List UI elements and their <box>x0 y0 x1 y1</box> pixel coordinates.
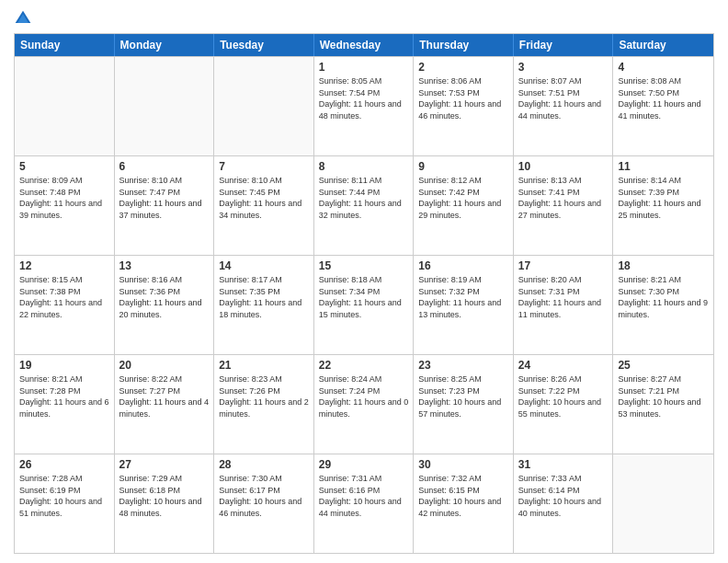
calendar-cell: 25Sunrise: 8:27 AM Sunset: 7:21 PM Dayli… <box>613 355 713 454</box>
cell-info: Sunrise: 7:30 AM Sunset: 6:17 PM Dayligh… <box>219 473 309 519</box>
weekday-header: Saturday <box>613 34 713 56</box>
page: SundayMondayTuesdayWednesdayThursdayFrid… <box>0 0 728 563</box>
cell-info: Sunrise: 8:08 AM Sunset: 7:50 PM Dayligh… <box>618 75 709 121</box>
calendar-cell: 14Sunrise: 8:17 AM Sunset: 7:35 PM Dayli… <box>214 256 314 354</box>
calendar-cell: 26Sunrise: 7:28 AM Sunset: 6:19 PM Dayli… <box>15 454 115 553</box>
day-number: 22 <box>319 359 409 372</box>
calendar-cell: 8Sunrise: 8:11 AM Sunset: 7:44 PM Daylig… <box>314 156 415 255</box>
calendar-row: 1Sunrise: 8:05 AM Sunset: 7:54 PM Daylig… <box>15 56 713 155</box>
weekday-header: Tuesday <box>214 34 314 56</box>
day-number: 28 <box>219 458 309 471</box>
calendar-cell: 28Sunrise: 7:30 AM Sunset: 6:17 PM Dayli… <box>214 454 314 553</box>
cell-info: Sunrise: 8:09 AM Sunset: 7:48 PM Dayligh… <box>19 175 109 221</box>
day-number: 7 <box>219 160 309 173</box>
day-number: 2 <box>418 61 508 74</box>
calendar-cell: 13Sunrise: 8:16 AM Sunset: 7:36 PM Dayli… <box>115 256 215 354</box>
day-number: 1 <box>319 61 409 74</box>
cell-info: Sunrise: 8:25 AM Sunset: 7:23 PM Dayligh… <box>418 373 508 419</box>
cell-info: Sunrise: 8:27 AM Sunset: 7:21 PM Dayligh… <box>618 373 709 419</box>
day-number: 5 <box>19 160 109 173</box>
calendar-cell: 9Sunrise: 8:12 AM Sunset: 7:42 PM Daylig… <box>414 156 514 255</box>
cell-info: Sunrise: 8:18 AM Sunset: 7:34 PM Dayligh… <box>319 274 409 320</box>
calendar-cell: 30Sunrise: 7:32 AM Sunset: 6:15 PM Dayli… <box>414 454 514 553</box>
day-number: 6 <box>119 160 210 173</box>
day-number: 24 <box>518 359 609 372</box>
day-number: 29 <box>319 458 409 471</box>
calendar-row: 5Sunrise: 8:09 AM Sunset: 7:48 PM Daylig… <box>15 155 713 255</box>
cell-info: Sunrise: 8:10 AM Sunset: 7:45 PM Dayligh… <box>219 175 309 221</box>
day-number: 15 <box>319 259 409 272</box>
logo <box>14 9 36 28</box>
calendar-row: 19Sunrise: 8:21 AM Sunset: 7:28 PM Dayli… <box>15 354 713 454</box>
cell-info: Sunrise: 8:05 AM Sunset: 7:54 PM Dayligh… <box>319 75 409 121</box>
weekday-header: Friday <box>514 34 614 56</box>
calendar-body: 1Sunrise: 8:05 AM Sunset: 7:54 PM Daylig… <box>15 56 713 553</box>
cell-info: Sunrise: 8:22 AM Sunset: 7:27 PM Dayligh… <box>119 373 210 419</box>
calendar-cell: 18Sunrise: 8:21 AM Sunset: 7:30 PM Dayli… <box>613 256 713 354</box>
calendar-cell: 10Sunrise: 8:13 AM Sunset: 7:41 PM Dayli… <box>514 156 614 255</box>
cell-info: Sunrise: 8:26 AM Sunset: 7:22 PM Dayligh… <box>518 373 609 419</box>
calendar: SundayMondayTuesdayWednesdayThursdayFrid… <box>14 33 714 554</box>
calendar-cell: 7Sunrise: 8:10 AM Sunset: 7:45 PM Daylig… <box>214 156 314 255</box>
calendar-cell <box>613 454 713 553</box>
calendar-cell: 2Sunrise: 8:06 AM Sunset: 7:53 PM Daylig… <box>414 57 514 155</box>
day-number: 18 <box>618 259 709 272</box>
logo-icon <box>14 9 32 28</box>
calendar-cell: 16Sunrise: 8:19 AM Sunset: 7:32 PM Dayli… <box>414 256 514 354</box>
day-number: 10 <box>518 160 609 173</box>
day-number: 3 <box>518 61 609 74</box>
calendar-cell: 31Sunrise: 7:33 AM Sunset: 6:14 PM Dayli… <box>514 454 614 553</box>
calendar-cell <box>214 57 314 155</box>
calendar-cell <box>15 57 115 155</box>
day-number: 20 <box>119 359 210 372</box>
calendar-cell: 23Sunrise: 8:25 AM Sunset: 7:23 PM Dayli… <box>414 355 514 454</box>
calendar-cell: 6Sunrise: 8:10 AM Sunset: 7:47 PM Daylig… <box>115 156 215 255</box>
day-number: 11 <box>618 160 709 173</box>
day-number: 27 <box>119 458 210 471</box>
cell-info: Sunrise: 8:24 AM Sunset: 7:24 PM Dayligh… <box>319 373 409 419</box>
day-number: 8 <box>319 160 409 173</box>
day-number: 26 <box>19 458 109 471</box>
cell-info: Sunrise: 8:13 AM Sunset: 7:41 PM Dayligh… <box>518 175 609 221</box>
cell-info: Sunrise: 8:21 AM Sunset: 7:28 PM Dayligh… <box>19 373 109 419</box>
day-number: 17 <box>518 259 609 272</box>
calendar-cell: 22Sunrise: 8:24 AM Sunset: 7:24 PM Dayli… <box>314 355 415 454</box>
calendar-cell: 12Sunrise: 8:15 AM Sunset: 7:38 PM Dayli… <box>15 256 115 354</box>
calendar-row: 12Sunrise: 8:15 AM Sunset: 7:38 PM Dayli… <box>15 255 713 354</box>
cell-info: Sunrise: 8:14 AM Sunset: 7:39 PM Dayligh… <box>618 175 709 221</box>
cell-info: Sunrise: 7:28 AM Sunset: 6:19 PM Dayligh… <box>19 473 109 519</box>
cell-info: Sunrise: 8:17 AM Sunset: 7:35 PM Dayligh… <box>219 274 309 320</box>
cell-info: Sunrise: 8:21 AM Sunset: 7:30 PM Dayligh… <box>618 274 709 320</box>
weekday-header: Wednesday <box>314 34 415 56</box>
cell-info: Sunrise: 8:07 AM Sunset: 7:51 PM Dayligh… <box>518 75 609 121</box>
cell-info: Sunrise: 7:29 AM Sunset: 6:18 PM Dayligh… <box>119 473 210 519</box>
cell-info: Sunrise: 8:06 AM Sunset: 7:53 PM Dayligh… <box>418 75 508 121</box>
cell-info: Sunrise: 8:15 AM Sunset: 7:38 PM Dayligh… <box>19 274 109 320</box>
calendar-cell: 27Sunrise: 7:29 AM Sunset: 6:18 PM Dayli… <box>115 454 215 553</box>
day-number: 19 <box>19 359 109 372</box>
header <box>14 9 714 28</box>
weekday-header: Sunday <box>15 34 115 56</box>
calendar-cell: 15Sunrise: 8:18 AM Sunset: 7:34 PM Dayli… <box>314 256 415 354</box>
cell-info: Sunrise: 8:23 AM Sunset: 7:26 PM Dayligh… <box>219 373 309 419</box>
calendar-cell: 1Sunrise: 8:05 AM Sunset: 7:54 PM Daylig… <box>314 57 415 155</box>
weekday-header: Thursday <box>414 34 514 56</box>
day-number: 23 <box>418 359 508 372</box>
day-number: 13 <box>119 259 210 272</box>
day-number: 31 <box>518 458 609 471</box>
calendar-cell: 21Sunrise: 8:23 AM Sunset: 7:26 PM Dayli… <box>214 355 314 454</box>
cell-info: Sunrise: 7:31 AM Sunset: 6:16 PM Dayligh… <box>319 473 409 519</box>
calendar-cell: 5Sunrise: 8:09 AM Sunset: 7:48 PM Daylig… <box>15 156 115 255</box>
day-number: 25 <box>618 359 709 372</box>
calendar-cell: 11Sunrise: 8:14 AM Sunset: 7:39 PM Dayli… <box>613 156 713 255</box>
calendar-cell: 24Sunrise: 8:26 AM Sunset: 7:22 PM Dayli… <box>514 355 614 454</box>
cell-info: Sunrise: 8:11 AM Sunset: 7:44 PM Dayligh… <box>319 175 409 221</box>
day-number: 16 <box>418 259 508 272</box>
day-number: 30 <box>418 458 508 471</box>
day-number: 4 <box>618 61 709 74</box>
cell-info: Sunrise: 8:16 AM Sunset: 7:36 PM Dayligh… <box>119 274 210 320</box>
calendar-header: SundayMondayTuesdayWednesdayThursdayFrid… <box>15 34 713 56</box>
calendar-cell: 29Sunrise: 7:31 AM Sunset: 6:16 PM Dayli… <box>314 454 415 553</box>
cell-info: Sunrise: 7:32 AM Sunset: 6:15 PM Dayligh… <box>418 473 508 519</box>
calendar-cell: 20Sunrise: 8:22 AM Sunset: 7:27 PM Dayli… <box>115 355 215 454</box>
